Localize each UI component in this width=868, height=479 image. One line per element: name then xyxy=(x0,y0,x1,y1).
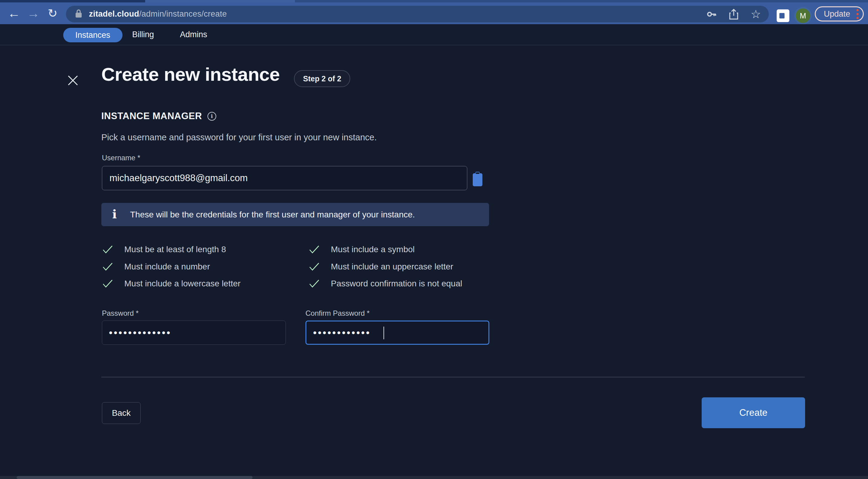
browser-back-button[interactable]: ← xyxy=(4,2,24,24)
username-input[interactable] xyxy=(102,166,467,190)
footer-divider xyxy=(101,377,805,377)
section-subtitle: Pick a username and password for your fi… xyxy=(101,132,377,142)
check-icon xyxy=(102,262,114,272)
tabstrip-dark-segment xyxy=(0,0,145,2)
step-badge: Step 2 of 2 xyxy=(294,70,350,87)
browser-update-button[interactable]: Update xyxy=(815,6,864,22)
password-label: Password * xyxy=(102,309,138,318)
credentials-info-banner: i These will be the credentials for the … xyxy=(101,203,489,226)
requirement-item: Password confirmation is not equal xyxy=(309,279,462,288)
side-panel-icon[interactable] xyxy=(777,9,789,22)
scrollbar-thumb[interactable] xyxy=(17,476,252,479)
url-text: zitadel.cloud/admin/instances/create xyxy=(89,9,227,19)
password-input[interactable] xyxy=(102,321,286,345)
nav-tab-billing[interactable]: Billing xyxy=(132,24,154,45)
lock-icon[interactable] xyxy=(75,9,82,19)
check-icon xyxy=(309,279,320,288)
active-tab-top xyxy=(145,0,295,2)
requirement-item: Must include a lowercase letter xyxy=(102,279,241,288)
url-bar[interactable]: zitadel.cloud/admin/instances/create ☆ xyxy=(66,6,769,22)
banner-info-icon: i xyxy=(112,208,117,220)
requirement-item: Must include a number xyxy=(102,262,210,272)
browser-tabstrip xyxy=(0,0,868,2)
page-title: Create new instance xyxy=(101,64,280,85)
app-navbar: Instances Billing Admins xyxy=(0,24,868,45)
nav-tab-admins[interactable]: Admins xyxy=(180,24,207,45)
browser-profile-avatar[interactable]: M xyxy=(794,7,812,25)
update-label: Update xyxy=(816,9,857,19)
section-title: INSTANCE MANAGER xyxy=(101,111,202,122)
bookmark-star-icon[interactable]: ☆ xyxy=(751,8,761,20)
url-path: /admin/instances/create xyxy=(139,9,227,19)
info-icon[interactable]: i xyxy=(208,112,216,121)
back-button[interactable]: Back xyxy=(102,402,141,424)
browser-toolbar: ← → ↻ zitadel.cloud/admin/instances/crea… xyxy=(0,2,868,24)
requirement-item: Must be at least of length 8 xyxy=(102,245,226,254)
copy-icon[interactable] xyxy=(472,171,483,188)
screen: ← → ↻ zitadel.cloud/admin/instances/crea… xyxy=(0,0,868,479)
close-icon[interactable] xyxy=(66,73,80,87)
confirm-password-label: Confirm Password * xyxy=(306,309,370,318)
check-icon xyxy=(309,245,320,254)
text-caret xyxy=(383,327,384,339)
requirement-item: Must include a symbol xyxy=(309,245,415,254)
browser-forward-button[interactable]: → xyxy=(24,2,43,24)
check-icon xyxy=(102,245,114,254)
create-button[interactable]: Create xyxy=(702,397,805,428)
check-icon xyxy=(309,262,320,272)
browser-menu-dots-icon[interactable] xyxy=(857,9,859,19)
share-icon[interactable] xyxy=(729,8,739,20)
password-key-icon[interactable] xyxy=(707,9,717,19)
browser-reload-button[interactable]: ↻ xyxy=(43,2,62,24)
requirement-item: Must include an uppercase letter xyxy=(309,262,453,272)
banner-text: These will be the credentials for the fi… xyxy=(130,210,415,220)
check-icon xyxy=(102,279,114,288)
url-host: zitadel.cloud xyxy=(89,9,139,19)
nav-tab-instances[interactable]: Instances xyxy=(63,28,123,42)
horizontal-scrollbar[interactable] xyxy=(0,476,868,479)
confirm-password-input[interactable] xyxy=(306,321,489,345)
avatar-letter: M xyxy=(796,8,810,23)
username-label: Username * xyxy=(102,154,140,162)
